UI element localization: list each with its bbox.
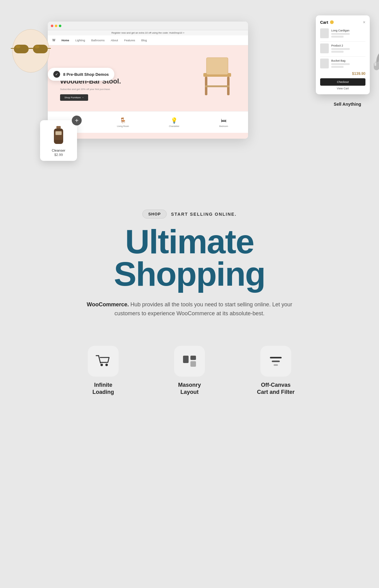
cart-divider-2 [320,56,365,57]
view-cart-link[interactable]: View Cart [320,87,365,90]
hero-title-line1: Ultimate [125,225,254,259]
masonry-layout-icon-box [174,346,205,377]
cart-item-1: Long Cardigan [320,28,365,38]
nav-bathrooms[interactable]: Bathrooms [91,39,105,42]
svg-line-22 [99,356,100,363]
cart-item-name-1: Long Cardigan [331,29,350,32]
cart-item-thumb-1 [320,28,329,38]
svg-point-24 [105,364,108,366]
cart-item-name-2: Product 2 [331,44,350,47]
nav-lighting[interactable]: Lighting [75,39,85,42]
hero-title-line2: Shopping [114,257,265,291]
cart-item-line-c [331,48,350,50]
svg-rect-28 [270,357,282,358]
cat-bedroom-label: Bedroom [219,125,228,127]
svg-rect-12 [205,85,230,87]
feature-infinite-loading: InfiniteLoading [69,346,137,396]
cart-item-lines-3: Bucket Bag [331,59,350,68]
nav-home[interactable]: Home [61,39,69,42]
cart-item-2: Product 2 [320,43,365,53]
cleanser-price: $2.99 [44,153,73,157]
cat-bedroom[interactable]: 🛏 Bedroom [219,117,228,127]
cat-livingroom-label: Living Room [117,125,129,127]
sell-anything-label: Sell Anything [334,102,361,107]
cart-item-line-f [331,66,344,68]
cart-item-line-a [331,33,350,35]
off-canvas-icon-box [260,346,291,377]
shop-description: WooCommerce. Hub provides all the tools … [85,300,294,318]
cart-total: $139.90 [320,71,365,76]
svg-rect-30 [274,364,278,366]
masonry-icon [181,354,198,369]
masonry-layout-label: MasonryLayout [178,382,201,396]
cart-item-lines-1: Long Cardigan [331,29,350,38]
cat-livingroom[interactable]: 🪑 Living Room [117,117,129,127]
svg-rect-15 [374,62,376,66]
cart-item-name-3: Bucket Bag [331,59,350,62]
cart-title: Cart [320,20,328,25]
cart-item-thumb-3 [320,59,329,68]
demos-badge: ✓ 8 Pre-Built Shop Demos [48,68,114,81]
cleanser-bottle-image [51,125,66,146]
cart-close-button[interactable]: × [363,20,365,25]
hero-section: ✓ 8 Pre-Built Shop Demos Register now an… [0,0,379,191]
chair-image [196,51,239,101]
badge-label: 8 Pre-Built Shop Demos [63,72,109,77]
cleanser-name: Cleanser [44,149,73,152]
cart-item-line-e [331,63,350,65]
cart-item-lines-2: Product 2 [331,44,350,53]
cart-item-thumb-2 [320,43,329,53]
chandelier-icon: 💡 [171,117,177,124]
svg-rect-9 [206,58,228,75]
cleanser-card: + Cleanser $2.99 [40,120,77,161]
check-icon: ✓ [53,71,60,78]
shop-section: SHOP START SELLING ONLINE. Ultimate Shop… [0,191,379,330]
cat-chandelier[interactable]: 💡 Chandelier [169,117,179,127]
cart-item-line-b [331,36,344,38]
shop-tag: SHOP [142,210,167,218]
browser-promo: Register now and get an extra 10 off usi… [48,30,248,35]
shop-tag-row: SHOP START SELLING ONLINE. [142,210,237,218]
infinite-loading-label: InfiniteLoading [92,382,114,396]
browser-nav: W Home Lighting Bathrooms About Features… [48,35,248,45]
nav-features[interactable]: Features [124,39,135,42]
bedroom-icon: 🛏 [221,117,226,124]
svg-rect-27 [190,361,196,367]
cart-divider-1 [320,41,365,42]
svg-rect-29 [272,361,280,362]
shop-furniture-button[interactable]: Shop Furniture → [60,94,88,101]
description-rest: Hub provides all the tools you need to s… [115,301,292,316]
cat-chandelier-label: Chandelier [169,125,179,127]
cart-icon [95,354,112,369]
shop-subtitle: START SELLING ONLINE. [171,212,237,217]
cart-item-line-d [331,51,344,53]
infinite-loading-icon-box [88,346,119,377]
cart-dot [330,20,334,24]
headphones-image [371,46,379,81]
svg-point-23 [100,364,103,366]
svg-rect-25 [183,356,189,363]
svg-rect-17 [56,126,61,129]
cart-header: Cart × [320,20,365,25]
nav-about[interactable]: About [111,39,118,42]
svg-rect-26 [190,356,196,360]
sunglasses-image [6,28,49,78]
feature-off-canvas: Off-CanvasCart and Filter [242,346,310,396]
svg-point-7 [35,45,39,48]
filter-icon [267,354,284,369]
nav-blog[interactable]: Blog [141,39,147,42]
off-canvas-label: Off-CanvasCart and Filter [257,382,295,396]
features-section: InfiniteLoading MasonryLayout Off-Canvas… [0,330,379,421]
svg-rect-20 [55,131,62,135]
livingroom-icon: 🪑 [120,117,126,124]
add-to-cart-button[interactable]: + [72,116,82,125]
cart-panel: Cart × Long Cardigan Product 2 [316,15,370,94]
checkout-button[interactable]: Checkout [320,78,365,86]
woocommerce-bold: WooCommerce. [87,301,129,308]
browser-bar [48,22,248,30]
cart-item-3: Bucket Bag [320,59,365,68]
feature-masonry-layout: MasonryLayout [156,346,223,396]
svg-point-6 [15,45,20,48]
